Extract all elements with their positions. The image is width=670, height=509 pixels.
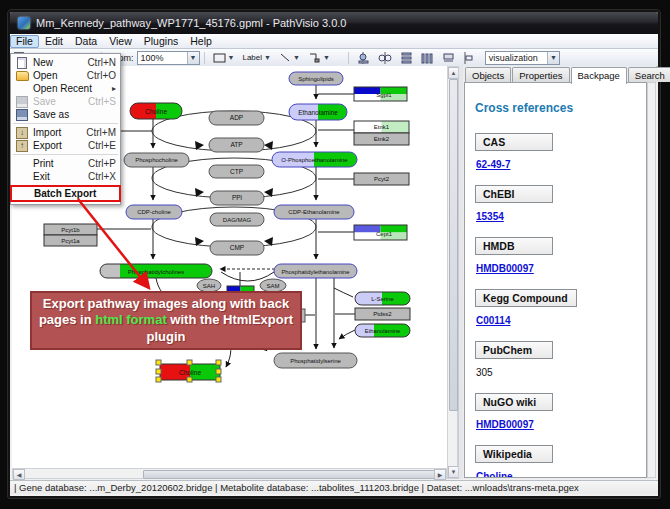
menu-help[interactable]: Help (184, 35, 218, 48)
svg-text:Sgpl1: Sgpl1 (376, 92, 392, 98)
hscroll-thumb[interactable] (143, 470, 435, 479)
node-atp[interactable]: ATP (209, 138, 264, 152)
node-dag-mag[interactable]: DAG/MAG (210, 213, 264, 226)
menu-view[interactable]: View (103, 35, 138, 48)
window-title: Mm_Kennedy_pathway_WP1771_45176.gpml - P… (36, 17, 346, 29)
node-phosphatidylserine[interactable]: Phosphatidylserine (274, 353, 357, 368)
dropdown-arrow-icon: ▼ (264, 54, 271, 61)
xref-link-kegg[interactable]: C00114 (476, 315, 510, 326)
title-bar[interactable]: Mm_Kennedy_pathway_WP1771_45176.gpml - P… (10, 12, 658, 34)
svg-text:L-Serine: L-Serine (371, 296, 394, 302)
node-o-phosphoethanolamine[interactable]: O-Phosphoethanolamine (272, 152, 357, 167)
align-left-icon (463, 52, 475, 64)
align-vertical-center-button[interactable] (353, 50, 374, 65)
node-etnk1[interactable]: Etnk1 (354, 121, 409, 133)
connector-tool-button[interactable]: ▼ (304, 50, 334, 65)
stack-vertical-button[interactable] (396, 50, 417, 65)
menu-item-new[interactable]: NewCtrl+N (11, 56, 120, 69)
node-ptdss2[interactable]: Ptdss2 (355, 308, 410, 320)
node-ethanolamine[interactable]: Ethanolamine (289, 104, 347, 120)
tab-properties[interactable]: Properties (512, 67, 569, 82)
canvas-vscrollbar[interactable]: ▲ ▼ (447, 66, 458, 479)
menu-data[interactable]: Data (69, 35, 103, 48)
node-sphingolipids[interactable]: Sphingolipids (289, 72, 343, 85)
node-sgpl1[interactable]: Sgpl1 (354, 87, 407, 101)
stack-vertical-icon (400, 52, 413, 64)
node-ppi[interactable]: PPi (210, 191, 264, 205)
menu-item-open-recent[interactable]: Open Recent ▸ (11, 82, 120, 95)
node-choline-selected[interactable]: Choline (156, 360, 221, 382)
align-vertical-center-icon (357, 52, 370, 64)
save-icon (14, 96, 30, 108)
align-left-button[interactable] (459, 50, 479, 65)
stack-horizontal-button[interactable] (417, 50, 438, 65)
label-tool-button[interactable]: Label ▼ (238, 50, 275, 65)
scroll-right-icon[interactable]: ▶ (434, 469, 446, 480)
scroll-left-icon[interactable]: ◀ (13, 469, 25, 480)
connector-icon (308, 52, 321, 63)
svg-text:CMP: CMP (230, 244, 244, 251)
menu-item-exit[interactable]: ExitCtrl+X (11, 170, 120, 183)
side-panel-tabs: Objects Properties Backpage Search Legen… (465, 67, 656, 82)
node-phosphatidylethanolamine[interactable]: Phosphatidylethanolamine (274, 264, 357, 278)
menu-file[interactable]: File (10, 35, 39, 48)
xref-link-wikipedia[interactable]: Choline (476, 471, 513, 478)
menu-item-export[interactable]: ↑ ExportCtrl+E (11, 139, 120, 152)
menu-item-import[interactable]: ↓ ImportCtrl+M (11, 126, 120, 139)
svg-text:SAM: SAM (266, 283, 279, 289)
tab-objects[interactable]: Objects (465, 67, 511, 82)
screenshot-stage: Mm_Kennedy_pathway_WP1771_45176.gpml - P… (0, 0, 670, 509)
xref-link-nugo[interactable]: HMDB00097 (476, 419, 534, 430)
node-choline[interactable]: Choline (130, 103, 182, 119)
side-panel: Objects Properties Backpage Search Legen… (463, 66, 656, 479)
datanode-tool-button[interactable]: ▼ (209, 50, 239, 65)
node-etnk2[interactable]: Etnk2 (354, 133, 409, 145)
export-icon: ↑ (14, 140, 30, 152)
visualization-value: visualization (489, 53, 538, 63)
svg-text:CDP-Ethanolamine: CDP-Ethanolamine (288, 209, 340, 215)
panel-scrollbar[interactable] (647, 82, 656, 478)
node-cdp-ethanolamine[interactable]: CDP-Ethanolamine (274, 205, 354, 219)
menu-plugins[interactable]: Plugins (138, 35, 184, 48)
line-tool-button[interactable]: ▼ (275, 50, 304, 65)
tab-backpage[interactable]: Backpage (571, 67, 627, 84)
menu-item-print[interactable]: PrintCtrl+P (11, 157, 120, 170)
menu-edit[interactable]: Edit (39, 35, 69, 48)
xref-link-cas[interactable]: 62-49-7 (476, 159, 510, 170)
svg-text:Ethanolamine: Ethanolamine (365, 328, 400, 334)
node-ethanolamine-bottom[interactable]: Ethanolamine (355, 324, 410, 337)
svg-text:Sphingolipids: Sphingolipids (298, 76, 334, 82)
menu-item-open[interactable]: OpenCtrl+O (11, 69, 120, 82)
menu-item-batch-export[interactable]: Batch Export (12, 187, 119, 200)
node-cmp[interactable]: CMP (210, 241, 264, 255)
node-adp[interactable]: ADP (209, 111, 264, 125)
align-horizontal-center-button[interactable] (374, 50, 396, 65)
node-pcyt2[interactable]: Pcyt2 (354, 173, 409, 185)
svg-text:Phosphatidylethanolamine: Phosphatidylethanolamine (281, 269, 349, 275)
zoom-combobox[interactable]: 100% ▼ (137, 51, 200, 65)
vscroll-thumb[interactable] (449, 79, 458, 411)
backpage-content: Cross references CAS 62-49-7 ChEBI 15354… (464, 82, 647, 478)
node-cdp-choline[interactable]: CDP-choline (126, 205, 182, 219)
menu-item-save-as[interactable]: Save as (11, 108, 120, 121)
node-cept1[interactable]: Cept1 (354, 225, 407, 240)
menu-separator (13, 154, 118, 155)
svg-text:Ethanolamine: Ethanolamine (298, 109, 338, 116)
node-pcyt1b[interactable]: Pcyt1b (44, 224, 97, 235)
tab-search[interactable]: Search (628, 67, 670, 82)
xref-value-pubchem: 305 (476, 367, 493, 378)
dropdown-arrow-icon[interactable]: ▼ (547, 52, 559, 64)
xref-link-hmdb[interactable]: HMDB00097 (476, 263, 534, 274)
canvas-hscrollbar[interactable]: ◀ ▶ (12, 468, 447, 479)
visualization-combobox[interactable]: visualization ▼ (485, 51, 560, 65)
node-phosphatidylcholines[interactable]: Phosphatidylcholines (100, 264, 212, 278)
menu-item-save: SaveCtrl+S (11, 95, 120, 108)
xref-link-chebi[interactable]: 15354 (476, 211, 504, 222)
callout-text-after: with the HtmlExport plugin (147, 312, 294, 343)
node-pcyt1a[interactable]: Pcyt1a (44, 235, 97, 246)
dropdown-arrow-icon[interactable]: ▼ (187, 52, 199, 64)
node-l-serine[interactable]: L-Serine (355, 292, 410, 305)
node-ctp[interactable]: CTP (209, 165, 264, 178)
node-phosphocholine[interactable]: Phosphocholine (124, 153, 189, 167)
common-size-button[interactable] (438, 50, 459, 65)
